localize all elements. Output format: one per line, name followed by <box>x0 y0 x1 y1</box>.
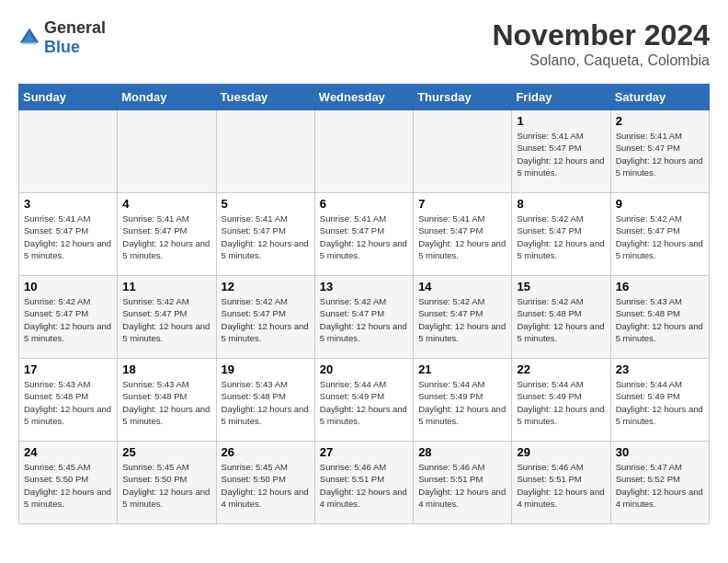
table-row: 6Sunrise: 5:41 AM Sunset: 5:47 PM Daylig… <box>314 193 413 276</box>
table-row: 26Sunrise: 5:45 AM Sunset: 5:50 PM Dayli… <box>216 442 314 524</box>
table-row <box>314 110 413 193</box>
day-number: 23 <box>616 362 704 376</box>
table-row: 22Sunrise: 5:44 AM Sunset: 5:49 PM Dayli… <box>512 359 610 442</box>
table-row: 15Sunrise: 5:42 AM Sunset: 5:48 PM Dayli… <box>512 276 610 359</box>
logo-general: General <box>44 18 106 37</box>
day-info: Sunrise: 5:46 AM Sunset: 5:51 PM Dayligh… <box>418 461 506 510</box>
header-tuesday: Tuesday <box>216 85 314 110</box>
day-number: 12 <box>222 280 310 293</box>
day-info: Sunrise: 5:44 AM Sunset: 5:49 PM Dayligh… <box>616 378 704 427</box>
day-info: Sunrise: 5:46 AM Sunset: 5:51 PM Dayligh… <box>320 461 408 510</box>
day-info: Sunrise: 5:44 AM Sunset: 5:49 PM Dayligh… <box>418 378 506 427</box>
table-row: 10Sunrise: 5:42 AM Sunset: 5:47 PM Dayli… <box>19 276 118 359</box>
table-row: 30Sunrise: 5:47 AM Sunset: 5:52 PM Dayli… <box>610 442 709 524</box>
header-monday: Monday <box>118 85 216 110</box>
day-number: 14 <box>418 280 506 293</box>
day-number: 26 <box>222 445 310 459</box>
day-info: Sunrise: 5:42 AM Sunset: 5:47 PM Dayligh… <box>222 295 310 344</box>
table-row: 14Sunrise: 5:42 AM Sunset: 5:47 PM Dayli… <box>414 276 512 359</box>
day-info: Sunrise: 5:45 AM Sunset: 5:50 PM Dayligh… <box>122 461 210 510</box>
table-row: 28Sunrise: 5:46 AM Sunset: 5:51 PM Dayli… <box>414 442 512 524</box>
day-number: 16 <box>616 280 704 293</box>
day-number: 9 <box>616 197 704 211</box>
table-row: 8Sunrise: 5:42 AM Sunset: 5:47 PM Daylig… <box>512 193 610 276</box>
table-row: 4Sunrise: 5:41 AM Sunset: 5:47 PM Daylig… <box>118 193 216 276</box>
logo-text: General Blue <box>44 18 106 57</box>
day-number: 22 <box>517 362 605 376</box>
day-info: Sunrise: 5:42 AM Sunset: 5:47 PM Dayligh… <box>616 213 704 261</box>
day-number: 1 <box>517 114 605 128</box>
header-saturday: Saturday <box>610 85 709 110</box>
calendar-table: SundayMondayTuesdayWednesdayThursdayFrid… <box>18 84 710 524</box>
title-area: November 2024 Solano, Caqueta, Colombia <box>492 18 710 69</box>
day-info: Sunrise: 5:41 AM Sunset: 5:47 PM Dayligh… <box>24 213 112 261</box>
day-info: Sunrise: 5:43 AM Sunset: 5:48 PM Dayligh… <box>122 378 210 427</box>
table-row: 19Sunrise: 5:43 AM Sunset: 5:48 PM Dayli… <box>216 359 314 442</box>
day-number: 29 <box>517 445 605 459</box>
header-wednesday: Wednesday <box>314 85 413 110</box>
logo-icon <box>18 27 40 49</box>
table-row: 12Sunrise: 5:42 AM Sunset: 5:47 PM Dayli… <box>216 276 314 359</box>
day-info: Sunrise: 5:44 AM Sunset: 5:49 PM Dayligh… <box>320 378 408 427</box>
table-row: 1Sunrise: 5:41 AM Sunset: 5:47 PM Daylig… <box>512 110 610 193</box>
week-row-3: 10Sunrise: 5:42 AM Sunset: 5:47 PM Dayli… <box>19 276 710 359</box>
day-info: Sunrise: 5:45 AM Sunset: 5:50 PM Dayligh… <box>24 461 112 510</box>
day-number: 7 <box>418 197 506 211</box>
day-info: Sunrise: 5:43 AM Sunset: 5:48 PM Dayligh… <box>616 295 704 344</box>
day-info: Sunrise: 5:42 AM Sunset: 5:47 PM Dayligh… <box>517 213 605 261</box>
table-row: 7Sunrise: 5:41 AM Sunset: 5:47 PM Daylig… <box>414 193 512 276</box>
day-info: Sunrise: 5:45 AM Sunset: 5:50 PM Dayligh… <box>222 461 310 510</box>
table-row: 2Sunrise: 5:41 AM Sunset: 5:47 PM Daylig… <box>610 110 709 193</box>
day-info: Sunrise: 5:42 AM Sunset: 5:48 PM Dayligh… <box>517 295 605 344</box>
month-title: November 2024 <box>492 18 710 52</box>
table-row <box>414 110 512 193</box>
day-info: Sunrise: 5:47 AM Sunset: 5:52 PM Dayligh… <box>616 461 704 510</box>
table-row: 29Sunrise: 5:46 AM Sunset: 5:51 PM Dayli… <box>512 442 610 524</box>
table-row: 13Sunrise: 5:42 AM Sunset: 5:47 PM Dayli… <box>314 276 413 359</box>
table-row: 3Sunrise: 5:41 AM Sunset: 5:47 PM Daylig… <box>19 193 118 276</box>
day-info: Sunrise: 5:41 AM Sunset: 5:47 PM Dayligh… <box>517 130 605 178</box>
day-info: Sunrise: 5:46 AM Sunset: 5:51 PM Dayligh… <box>517 461 605 510</box>
location: Solano, Caqueta, Colombia <box>492 52 710 69</box>
day-number: 8 <box>517 197 605 211</box>
table-row: 20Sunrise: 5:44 AM Sunset: 5:49 PM Dayli… <box>314 359 413 442</box>
table-row: 18Sunrise: 5:43 AM Sunset: 5:48 PM Dayli… <box>118 359 216 442</box>
day-info: Sunrise: 5:41 AM Sunset: 5:47 PM Dayligh… <box>616 130 704 178</box>
table-row: 27Sunrise: 5:46 AM Sunset: 5:51 PM Dayli… <box>314 442 413 524</box>
table-row: 16Sunrise: 5:43 AM Sunset: 5:48 PM Dayli… <box>610 276 709 359</box>
day-number: 30 <box>616 445 704 459</box>
day-info: Sunrise: 5:42 AM Sunset: 5:47 PM Dayligh… <box>418 295 506 344</box>
day-info: Sunrise: 5:43 AM Sunset: 5:48 PM Dayligh… <box>24 378 112 427</box>
header-friday: Friday <box>512 85 610 110</box>
table-row: 23Sunrise: 5:44 AM Sunset: 5:49 PM Dayli… <box>610 359 709 442</box>
day-number: 4 <box>122 197 210 211</box>
logo-blue: Blue <box>44 38 80 56</box>
week-row-4: 17Sunrise: 5:43 AM Sunset: 5:48 PM Dayli… <box>19 359 710 442</box>
day-info: Sunrise: 5:42 AM Sunset: 5:47 PM Dayligh… <box>122 295 210 344</box>
day-number: 18 <box>122 362 210 376</box>
page-header: General Blue November 2024 Solano, Caque… <box>18 18 710 69</box>
day-number: 20 <box>320 362 408 376</box>
day-info: Sunrise: 5:41 AM Sunset: 5:47 PM Dayligh… <box>222 213 310 261</box>
table-row: 24Sunrise: 5:45 AM Sunset: 5:50 PM Dayli… <box>19 442 118 524</box>
day-number: 17 <box>24 362 112 376</box>
day-info: Sunrise: 5:41 AM Sunset: 5:47 PM Dayligh… <box>418 213 506 261</box>
day-number: 19 <box>222 362 310 376</box>
day-number: 5 <box>222 197 310 211</box>
week-row-2: 3Sunrise: 5:41 AM Sunset: 5:47 PM Daylig… <box>19 193 710 276</box>
day-info: Sunrise: 5:41 AM Sunset: 5:47 PM Dayligh… <box>320 213 408 261</box>
header-thursday: Thursday <box>414 85 512 110</box>
day-number: 28 <box>418 445 506 459</box>
day-info: Sunrise: 5:42 AM Sunset: 5:47 PM Dayligh… <box>320 295 408 344</box>
table-row: 21Sunrise: 5:44 AM Sunset: 5:49 PM Dayli… <box>414 359 512 442</box>
day-info: Sunrise: 5:44 AM Sunset: 5:49 PM Dayligh… <box>517 378 605 427</box>
table-row: 5Sunrise: 5:41 AM Sunset: 5:47 PM Daylig… <box>216 193 314 276</box>
table-row: 9Sunrise: 5:42 AM Sunset: 5:47 PM Daylig… <box>610 193 709 276</box>
day-number: 27 <box>320 445 408 459</box>
header-sunday: Sunday <box>19 85 118 110</box>
week-row-1: 1Sunrise: 5:41 AM Sunset: 5:47 PM Daylig… <box>19 110 710 193</box>
day-number: 10 <box>24 280 112 293</box>
day-number: 24 <box>24 445 112 459</box>
day-info: Sunrise: 5:42 AM Sunset: 5:47 PM Dayligh… <box>24 295 112 344</box>
day-number: 15 <box>517 280 605 293</box>
